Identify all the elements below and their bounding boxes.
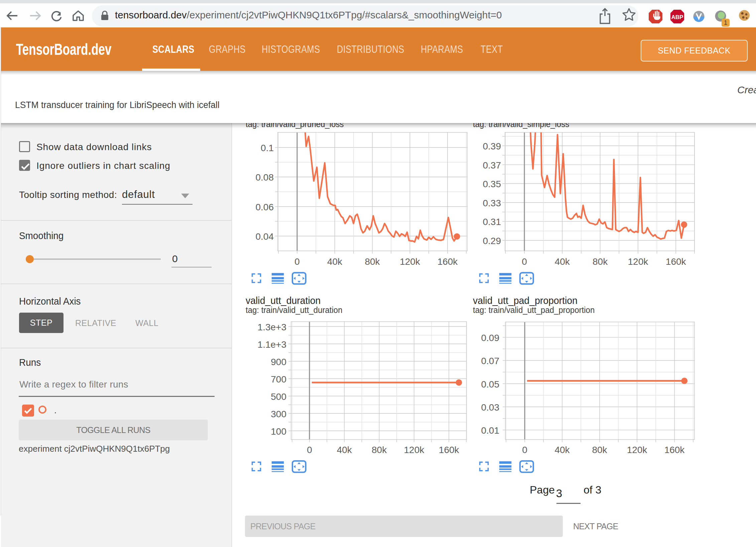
svg-text:0.07: 0.07 bbox=[481, 356, 500, 366]
svg-text:0: 0 bbox=[522, 445, 527, 455]
svg-text:0.29: 0.29 bbox=[483, 236, 501, 246]
svg-text:120k: 120k bbox=[400, 256, 420, 267]
svg-text:0: 0 bbox=[307, 445, 312, 455]
svg-text:900: 900 bbox=[271, 357, 286, 367]
svg-text:40k: 40k bbox=[337, 445, 352, 455]
svg-text:500: 500 bbox=[271, 392, 286, 402]
svg-text:0.06: 0.06 bbox=[256, 202, 274, 212]
svg-text:1.3e+3: 1.3e+3 bbox=[258, 322, 286, 332]
svg-text:160k: 160k bbox=[439, 445, 460, 455]
svg-text:0.35: 0.35 bbox=[483, 179, 501, 189]
svg-text:120k: 120k bbox=[628, 256, 649, 267]
svg-text:0.09: 0.09 bbox=[481, 333, 500, 343]
svg-text:0.01: 0.01 bbox=[481, 425, 500, 436]
svg-text:700: 700 bbox=[271, 374, 286, 385]
svg-text:0.39: 0.39 bbox=[483, 141, 501, 151]
svg-text:0.05: 0.05 bbox=[481, 379, 500, 390]
svg-text:100: 100 bbox=[271, 426, 286, 437]
svg-text:160k: 160k bbox=[664, 445, 685, 455]
svg-text:300: 300 bbox=[271, 409, 286, 419]
svg-text:0.37: 0.37 bbox=[483, 160, 501, 171]
svg-text:0.03: 0.03 bbox=[481, 402, 500, 413]
svg-text:160k: 160k bbox=[437, 256, 458, 267]
svg-text:120k: 120k bbox=[627, 445, 648, 455]
svg-text:1.1e+3: 1.1e+3 bbox=[258, 339, 286, 350]
svg-text:80k: 80k bbox=[592, 445, 607, 455]
svg-text:40k: 40k bbox=[555, 256, 570, 267]
svg-text:80k: 80k bbox=[365, 256, 380, 267]
svg-text:0.33: 0.33 bbox=[483, 198, 501, 208]
svg-text:40k: 40k bbox=[554, 445, 570, 455]
svg-text:0.08: 0.08 bbox=[256, 172, 274, 183]
svg-text:40k: 40k bbox=[327, 256, 343, 267]
svg-text:0: 0 bbox=[294, 256, 300, 267]
svg-text:ABP: ABP bbox=[671, 14, 683, 20]
svg-text:0: 0 bbox=[522, 256, 527, 267]
svg-text:120k: 120k bbox=[404, 445, 425, 455]
svg-text:80k: 80k bbox=[593, 256, 608, 267]
svg-text:0.1: 0.1 bbox=[261, 143, 274, 153]
svg-text:0.31: 0.31 bbox=[483, 217, 501, 227]
svg-text:160k: 160k bbox=[666, 256, 686, 267]
svg-text:1: 1 bbox=[724, 19, 728, 26]
svg-text:80k: 80k bbox=[372, 445, 387, 455]
svg-text:0.04: 0.04 bbox=[256, 231, 274, 242]
